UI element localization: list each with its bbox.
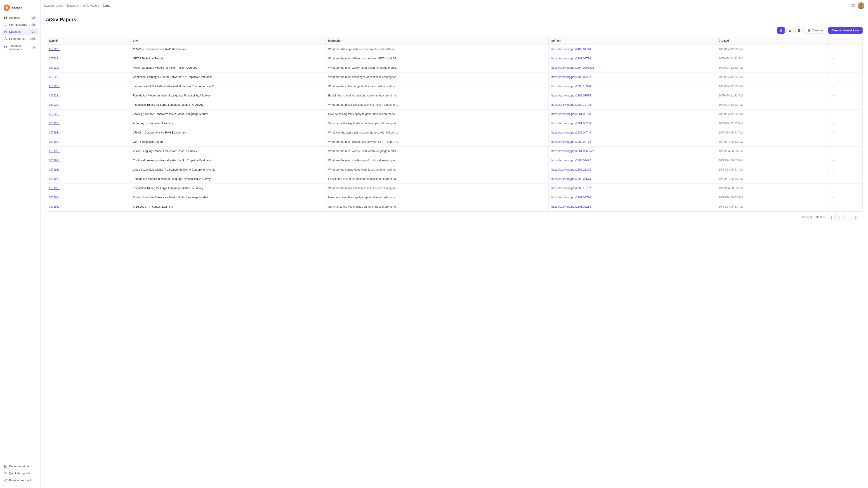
row-more-button[interactable]: ··· xyxy=(831,139,836,144)
sidebar-item-provide-feedback[interactable]: Provide feedback xyxy=(2,477,39,484)
row-more-button[interactable]: ··· xyxy=(831,102,836,107)
cell-created: 10/30/24 12:32 PM xyxy=(716,63,828,72)
cell-item-id: 067222... xyxy=(46,119,130,128)
view-table-button[interactable] xyxy=(777,27,784,34)
cell-pdf-url: https://arxiv.org/pdf/2103.07492 xyxy=(549,72,716,82)
row-more-button[interactable]: ··· xyxy=(831,176,836,182)
cell-actions: ··· xyxy=(828,128,862,137)
item-id-link[interactable]: 067193... xyxy=(49,131,60,134)
row-more-button[interactable]: ··· xyxy=(831,84,836,89)
sidebar-item-label: Feedback definitions xyxy=(8,44,32,51)
item-id-link[interactable]: 067193... xyxy=(49,140,60,143)
logo[interactable]: comet xyxy=(0,3,40,14)
item-id-link[interactable]: 067222... xyxy=(49,48,60,51)
sidebar-item-quickstart[interactable]: Quickstart guide xyxy=(2,470,39,477)
item-id-link[interactable]: 067193... xyxy=(49,205,60,208)
user-avatar[interactable] xyxy=(858,2,864,9)
item-id-link[interactable]: 067222... xyxy=(49,75,60,78)
sidebar-item-projects[interactable]: Projects 22 xyxy=(2,14,39,21)
cell-title: Large-scale Multi-Modal Pre-trained Mode… xyxy=(130,82,325,91)
cell-actions: ··· xyxy=(828,184,862,193)
item-id-link[interactable]: 067222... xyxy=(49,94,60,97)
cell-created: 10/30/24 12:32 PM xyxy=(716,91,828,100)
page-first-button[interactable]: ⟪ xyxy=(828,214,835,220)
row-more-button[interactable]: ··· xyxy=(831,167,836,172)
item-id-link[interactable]: 067193... xyxy=(49,150,60,153)
page-next-button[interactable]: › xyxy=(844,214,851,220)
sidebar-item-documentation[interactable]: Documentation xyxy=(2,463,39,469)
sidebar-item-experiments[interactable]: Experiments 289 xyxy=(2,35,39,42)
row-more-button[interactable]: ··· xyxy=(831,93,836,98)
cell-instruction: Explain the role of foundation models in… xyxy=(325,174,548,184)
row-more-button[interactable]: ··· xyxy=(831,111,836,117)
column-header-instruction[interactable]: instruction xyxy=(325,37,548,45)
cell-created: 10/23/24 06:53 PM xyxy=(716,128,828,137)
sidebar-item-datasets[interactable]: Datasets 21 xyxy=(2,29,39,35)
item-id-link[interactable]: 067222... xyxy=(49,103,60,106)
item-id-link[interactable]: 067193... xyxy=(49,168,60,171)
columns-button[interactable]: Columns xyxy=(804,27,827,34)
cell-instruction: What are the most widely used vision-lan… xyxy=(325,63,548,72)
cell-item-id: 067193... xyxy=(46,156,130,165)
column-header-item-id[interactable]: Item ID xyxy=(46,37,130,45)
item-id-link[interactable]: 067193... xyxy=(49,187,60,190)
columns-icon xyxy=(807,29,811,32)
cell-pdf-url: https://arxiv.org/pdf/2308.10792 xyxy=(549,100,716,109)
view-card-button[interactable] xyxy=(796,27,803,34)
create-dataset-item-button[interactable]: Create dataset item xyxy=(828,27,863,34)
cell-instruction: Explain the role of foundation models in… xyxy=(325,91,548,100)
table-row: 067193... Continual Learning in Neural N… xyxy=(46,156,862,165)
row-more-button[interactable]: ··· xyxy=(831,130,836,135)
cell-instruction: What are the cutting edge techniques use… xyxy=(325,82,548,91)
row-more-button[interactable]: ··· xyxy=(831,186,836,191)
cell-actions: ··· xyxy=(828,63,862,72)
item-id-link[interactable]: 067222... xyxy=(49,112,60,116)
breadcrumb-arxiv[interactable]: arXiv Papers xyxy=(83,4,99,7)
cell-actions: ··· xyxy=(828,193,862,202)
page-prev-button[interactable]: ‹ xyxy=(836,214,843,220)
row-more-button[interactable]: ··· xyxy=(831,149,836,154)
sidebar-item-feedback-definitions[interactable]: Feedback definitions 4 xyxy=(2,42,39,53)
cell-actions: ··· xyxy=(828,45,862,54)
breadcrumb-sep-3: › xyxy=(101,4,101,7)
row-more-button[interactable]: ··· xyxy=(831,158,836,163)
table-row: 067193... Foundation Models in Natural L… xyxy=(46,174,862,184)
item-id-link[interactable]: 067222... xyxy=(49,85,60,88)
table-row: 067222... Instruction Tuning for Large L… xyxy=(46,100,862,109)
feedback-icon xyxy=(4,46,7,49)
cell-pdf-url: https://arxiv.org/pdf/2406.04744 xyxy=(549,45,716,54)
cell-item-id: 067193... xyxy=(46,174,130,184)
sidebar-item-prompt-library[interactable]: Prompt library 19 xyxy=(2,22,39,28)
sidebar: comet Projects 22 Prompt library 19 Data… xyxy=(0,0,41,488)
item-id-link[interactable]: 067193... xyxy=(49,177,60,181)
cell-actions: ··· xyxy=(828,156,862,165)
cell-item-id: 067193... xyxy=(46,165,130,174)
breadcrumb-home[interactable]: jacques-comet xyxy=(44,4,64,7)
breadcrumb-datasets[interactable]: Datasets xyxy=(67,4,79,7)
item-id-link[interactable]: 067193... xyxy=(49,159,60,162)
column-header-title[interactable]: title xyxy=(130,37,325,45)
item-id-link[interactable]: 067193... xyxy=(49,196,60,199)
svg-rect-34 xyxy=(798,29,799,30)
row-more-button[interactable]: ··· xyxy=(831,56,836,61)
quickstart-label: Quickstart guide xyxy=(9,471,30,475)
svg-point-10 xyxy=(4,31,7,31)
column-header-pdf-url[interactable]: pdf_url xyxy=(549,37,716,45)
cell-title: GPT-4 Technical Report xyxy=(130,54,325,63)
row-more-button[interactable]: ··· xyxy=(831,65,836,70)
column-header-created[interactable]: Created xyxy=(716,37,828,45)
table-row: 067222... GPT-4 Technical Report What ar… xyxy=(46,54,862,63)
page-last-button[interactable]: ⟫ xyxy=(852,214,859,220)
row-more-button[interactable]: ··· xyxy=(831,74,836,79)
row-more-button[interactable]: ··· xyxy=(831,121,836,126)
row-more-button[interactable]: ··· xyxy=(831,204,836,209)
cell-created: 10/30/24 12:32 PM xyxy=(716,100,828,109)
item-id-link[interactable]: 067222... xyxy=(49,122,60,125)
row-more-button[interactable]: ··· xyxy=(831,195,836,200)
item-id-link[interactable]: 067222... xyxy=(49,66,60,69)
table-row: 067222... A Survey on In-context Learnin… xyxy=(46,119,862,128)
item-id-link[interactable]: 067222... xyxy=(49,57,60,60)
view-compact-button[interactable] xyxy=(786,27,794,34)
row-more-button[interactable]: ··· xyxy=(831,47,836,52)
svg-rect-33 xyxy=(789,31,792,32)
